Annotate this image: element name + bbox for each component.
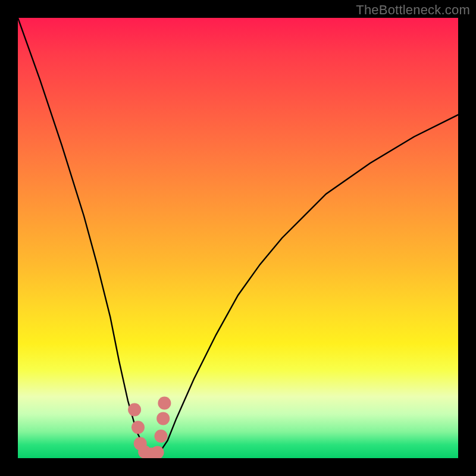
marker-dot (128, 403, 141, 416)
watermark-text: TheBottleneck.com (356, 2, 470, 18)
plot-area (18, 18, 458, 458)
marker-dot (158, 397, 171, 410)
marker-dot (131, 421, 145, 434)
marker-cluster (128, 397, 171, 459)
marker-dot (155, 430, 168, 443)
curve-layer (18, 18, 458, 458)
marker-dot (156, 412, 170, 425)
chart-stage: TheBottleneck.com (0, 0, 476, 476)
bottleneck-curve-path (18, 18, 458, 458)
